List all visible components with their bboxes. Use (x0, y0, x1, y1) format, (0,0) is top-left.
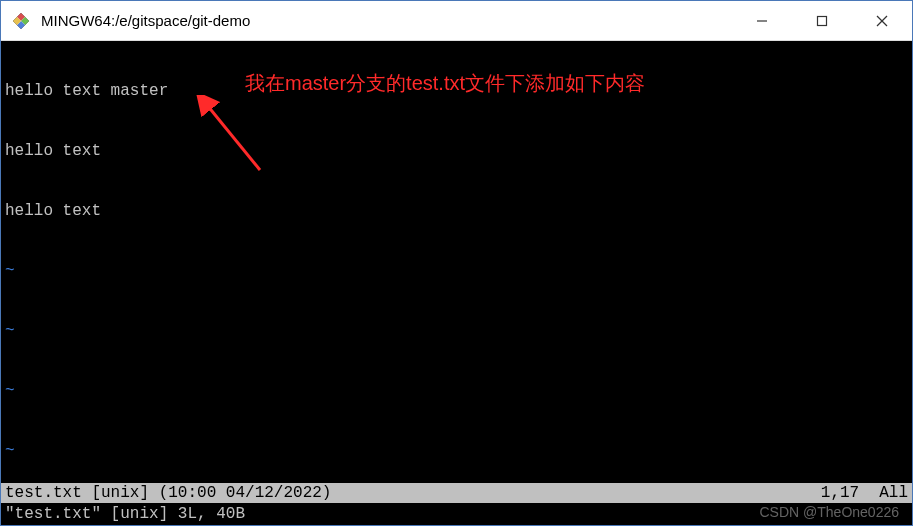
close-button[interactable] (852, 1, 912, 40)
vim-tilde: ~ (5, 441, 908, 461)
vim-status: test.txt [unix] (10:00 04/12/2022) 1,17 … (1, 483, 912, 525)
window-controls (732, 1, 912, 40)
vim-tilde: ~ (5, 321, 908, 341)
status-scroll: All (879, 483, 908, 503)
app-icon (11, 11, 31, 31)
terminal-area[interactable]: hello text master hello text hello text … (1, 41, 912, 525)
vim-command-line: "test.txt" [unix] 3L, 40B (1, 503, 912, 525)
vim-tilde: ~ (5, 381, 908, 401)
status-cursor-pos: 1,17 (821, 483, 859, 503)
text-cursor (168, 82, 170, 100)
text-line: hello text (5, 141, 908, 161)
maximize-button[interactable] (792, 1, 852, 40)
vim-status-line: test.txt [unix] (10:00 04/12/2022) 1,17 … (1, 483, 912, 503)
window-title: MINGW64:/e/gitspace/git-demo (41, 12, 732, 29)
text-line: hello text (5, 201, 908, 221)
text-line: hello text master (5, 81, 908, 101)
titlebar[interactable]: MINGW64:/e/gitspace/git-demo (1, 1, 912, 41)
editor-content: hello text master hello text hello text … (1, 41, 912, 525)
app-window: MINGW64:/e/gitspace/git-demo hello text … (0, 0, 913, 526)
status-file-info: test.txt [unix] (10:00 04/12/2022) (5, 483, 331, 503)
vim-tilde: ~ (5, 261, 908, 281)
svg-rect-6 (818, 16, 827, 25)
minimize-button[interactable] (732, 1, 792, 40)
